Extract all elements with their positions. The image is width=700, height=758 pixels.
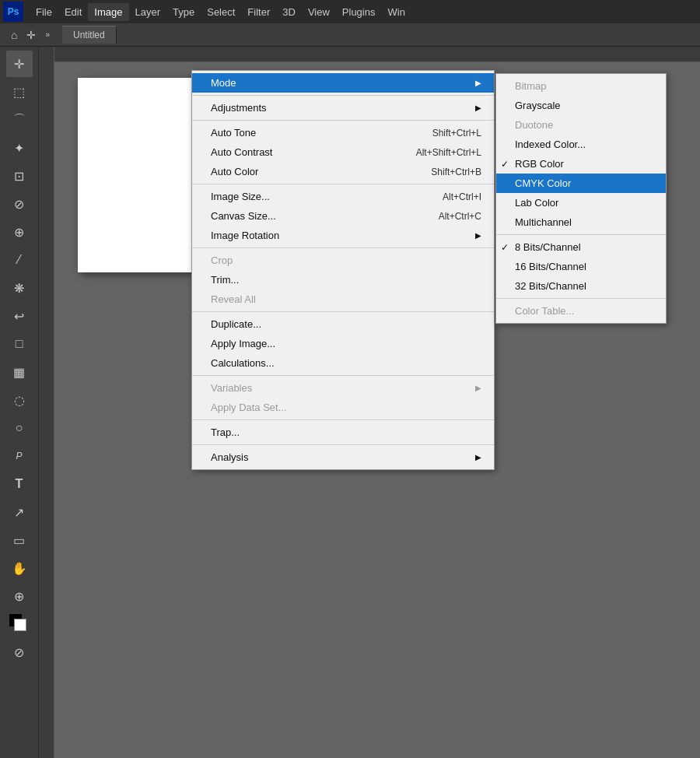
image-menu-section-size: Image Size... Alt+Ctrl+I Canvas Size... … [192, 184, 494, 248]
mode-duotone[interactable]: Duotone [496, 115, 666, 135]
menu-type[interactable]: Type [166, 3, 201, 21]
variables-arrow: ▶ [475, 384, 481, 392]
image-menu-adjustments[interactable]: Adjustments ▶ [192, 98, 494, 118]
tool-shape[interactable]: ▭ [6, 527, 33, 553]
image-menu-auto-tone[interactable]: Auto Tone Shift+Ctrl+L [192, 123, 494, 142]
image-menu-image-size[interactable]: Image Size... Alt+Ctrl+I [192, 187, 494, 206]
mode-rgb-color[interactable]: ✓ RGB Color [496, 154, 666, 174]
image-menu-mode[interactable]: Mode ▶ Bitmap Grayscale Duotone [192, 73, 494, 93]
tool-stamp[interactable]: ❋ [6, 275, 33, 301]
tool-lasso[interactable]: ⌒ [6, 107, 33, 133]
document-tab[interactable]: Untitled [62, 26, 117, 44]
mode-8bit[interactable]: ✓ 8 Bits/Channel [496, 237, 666, 257]
main-layout: ✛ ⬚ ⌒ ✦ ⊡ ⊘ ⊕ ∕ ❋ ↩ □ ▦ ◌ ○ P T ↗ ▭ ✋ ⊕ … [0, 47, 700, 758]
menu-file[interactable]: File [30, 3, 58, 21]
tool-eraser[interactable]: □ [6, 331, 33, 357]
image-menu-auto-color[interactable]: Auto Color Shift+Ctrl+B [192, 162, 494, 181]
mode-submenu-section-2: ✓ 8 Bits/Channel 16 Bits/Channel 32 Bits… [496, 235, 666, 299]
mode-16bit[interactable]: 16 Bits/Channel [496, 257, 666, 276]
tool-move[interactable]: ✛ [6, 51, 33, 77]
toolbar-home-icon[interactable]: ⌂ [6, 26, 22, 44]
tool-gradient[interactable]: ▦ [6, 359, 33, 385]
image-menu-auto-contrast[interactable]: Auto Contrast Alt+Shift+Ctrl+L [192, 142, 494, 162]
mode-lab-color[interactable]: Lab Color [496, 193, 666, 212]
toolbar-arrow-icon[interactable]: » [40, 27, 54, 42]
adjustments-label: Adjustments [211, 102, 467, 114]
mode-16bit-label: 16 Bits/Channel [515, 261, 586, 272]
tool-blur[interactable]: ◌ [6, 387, 33, 413]
tool-zoom[interactable]: ⊕ [6, 583, 33, 609]
auto-contrast-shortcut: Alt+Shift+Ctrl+L [416, 147, 481, 158]
canvas-area: Mode ▶ Bitmap Grayscale Duotone [39, 47, 700, 758]
image-menu-section-trap: Trap... [192, 420, 494, 445]
image-menu-section-variables: Variables ▶ Apply Data Set... [192, 376, 494, 420]
apply-data-set-label: Apply Data Set... [211, 402, 481, 413]
tool-path[interactable]: ↗ [6, 499, 33, 525]
tool-eyedropper[interactable]: ⊘ [6, 191, 33, 217]
toolbar-move-icon[interactable]: ✛ [22, 26, 40, 44]
tool-colors[interactable] [6, 611, 33, 637]
tool-type[interactable]: T [6, 471, 33, 497]
image-size-label: Image Size... [211, 191, 419, 202]
mode-submenu-section-1: Bitmap Grayscale Duotone Indexed Color..… [496, 74, 666, 235]
image-menu-analysis[interactable]: Analysis ▶ [192, 447, 494, 467]
mode-bitmap[interactable]: Bitmap [496, 76, 666, 96]
mode-submenu: Bitmap Grayscale Duotone Indexed Color..… [495, 73, 667, 324]
image-menu-canvas-size[interactable]: Canvas Size... Alt+Ctrl+C [192, 206, 494, 226]
image-menu-section-adjustments: Adjustments ▶ [192, 96, 494, 121]
menu-3d[interactable]: 3D [276, 3, 302, 21]
menu-filter[interactable]: Filter [241, 3, 276, 21]
mode-32bit[interactable]: 32 Bits/Channel [496, 276, 666, 296]
image-menu-section-crop: Crop Trim... Reveal All [192, 248, 494, 312]
image-menu: Mode ▶ Bitmap Grayscale Duotone [191, 70, 495, 470]
image-menu-reveal-all[interactable]: Reveal All [192, 290, 494, 309]
ps-logo: Ps [3, 2, 23, 22]
auto-tone-label: Auto Tone [211, 127, 409, 139]
image-menu-trim[interactable]: Trim... [192, 270, 494, 290]
tool-dodge[interactable]: ○ [6, 415, 33, 441]
tool-brush[interactable]: ∕ [6, 247, 33, 273]
menu-edit[interactable]: Edit [58, 3, 88, 21]
image-menu-variables[interactable]: Variables ▶ [192, 378, 494, 398]
image-menu-trap[interactable]: Trap... [192, 423, 494, 442]
trap-label: Trap... [211, 426, 481, 438]
mode-color-table[interactable]: Color Table... [496, 301, 666, 321]
image-menu-apply-image[interactable]: Apply Image... [192, 334, 494, 353]
image-menu-duplicate[interactable]: Duplicate... [192, 314, 494, 334]
tool-magic-wand[interactable]: ✦ [6, 135, 33, 161]
tool-marquee[interactable]: ⬚ [6, 79, 33, 105]
mode-bitmap-label: Bitmap [515, 80, 546, 92]
menu-view[interactable]: View [302, 3, 336, 21]
image-menu-image-rotation[interactable]: Image Rotation ▶ [192, 226, 494, 245]
tool-history[interactable]: ↩ [6, 303, 33, 329]
apply-image-label: Apply Image... [211, 338, 481, 349]
image-menu-calculations[interactable]: Calculations... [192, 353, 494, 373]
tool-hand[interactable]: ✋ [6, 555, 33, 581]
tool-healing[interactable]: ⊕ [6, 219, 33, 245]
auto-tone-shortcut: Shift+Ctrl+L [432, 128, 481, 139]
menu-layer[interactable]: Layer [129, 3, 167, 21]
image-menu-crop[interactable]: Crop [192, 251, 494, 270]
menu-image[interactable]: Image [88, 3, 128, 21]
mode-8bit-label: 8 Bits/Channel [515, 241, 581, 253]
tool-pen[interactable]: P [6, 443, 33, 469]
image-size-shortcut: Alt+Ctrl+I [443, 191, 481, 202]
tool-mode[interactable]: ⊘ [6, 639, 33, 665]
menu-plugins[interactable]: Plugins [336, 3, 382, 21]
mode-32bit-label: 32 Bits/Channel [515, 280, 586, 292]
mode-color-table-label: Color Table... [515, 305, 574, 317]
mode-multichannel[interactable]: Multichannel [496, 212, 666, 232]
image-menu-section-mode: Mode ▶ Bitmap Grayscale Duotone [192, 71, 494, 96]
auto-color-shortcut: Shift+Ctrl+B [431, 167, 481, 177]
menu-win[interactable]: Win [381, 3, 411, 21]
image-menu-apply-data-set[interactable]: Apply Data Set... [192, 398, 494, 417]
image-menu-section-analysis: Analysis ▶ [192, 445, 494, 469]
mode-indexed-color[interactable]: Indexed Color... [496, 135, 666, 154]
menu-select[interactable]: Select [201, 3, 241, 21]
auto-contrast-label: Auto Contrast [211, 146, 393, 158]
tool-panel: ✛ ⬚ ⌒ ✦ ⊡ ⊘ ⊕ ∕ ❋ ↩ □ ▦ ◌ ○ P T ↗ ▭ ✋ ⊕ … [0, 47, 39, 758]
mode-cmyk-color[interactable]: CMYK Color [496, 174, 666, 193]
tool-crop[interactable]: ⊡ [6, 163, 33, 189]
image-rotation-arrow: ▶ [475, 231, 481, 240]
mode-grayscale[interactable]: Grayscale [496, 96, 666, 115]
